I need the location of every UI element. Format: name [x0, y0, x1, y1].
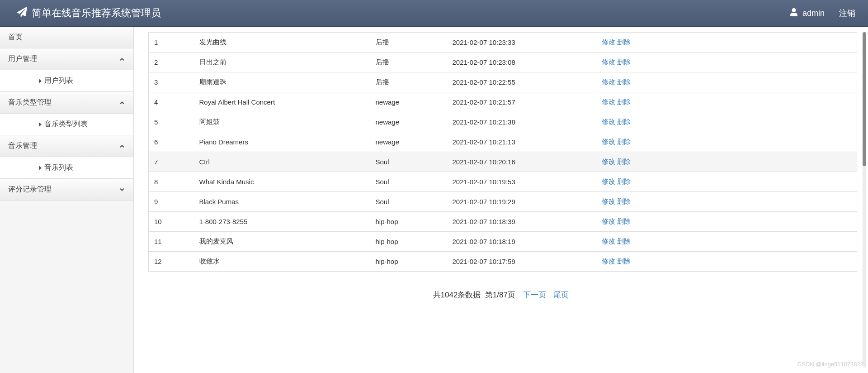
cell-name: 廟雨連珠 [194, 72, 370, 92]
delete-link[interactable]: 删除 [617, 58, 631, 66]
cell-type: Soul [370, 152, 447, 172]
app-title-text: 简单在线音乐推荐系统管理员 [32, 6, 161, 20]
sidebar-subitem-0-0[interactable]: 用户列表 [0, 70, 133, 92]
cell-name: 日出之前 [194, 53, 370, 72]
username-label: admin [802, 9, 825, 18]
sidebar-group-3[interactable]: 评分记录管理 [0, 179, 133, 201]
sidebar-item-home[interactable]: 首页 [0, 27, 133, 48]
cell-type: hip-hop [370, 212, 447, 232]
cell-index: 3 [149, 72, 194, 92]
delete-link[interactable]: 删除 [617, 98, 631, 105]
edit-link[interactable]: 修改 [602, 237, 615, 245]
cell-ops: 修改删除 [596, 252, 857, 272]
cell-index: 4 [149, 92, 194, 112]
navbar: 简单在线音乐推荐系统管理员 admin 注销 [0, 0, 868, 27]
sidebar: 首页 用户管理用户列表音乐类型管理音乐类型列表音乐管理音乐列表评分记录管理 [0, 27, 134, 373]
delete-link[interactable]: 删除 [617, 78, 631, 86]
logout-link[interactable]: 注销 [839, 8, 855, 19]
edit-link[interactable]: 修改 [602, 158, 615, 165]
delete-link[interactable]: 删除 [617, 118, 631, 125]
cell-index: 6 [149, 132, 194, 152]
sidebar-group-1[interactable]: 音乐类型管理 [0, 92, 133, 114]
cell-time: 2021-02-07 10:21:57 [447, 92, 596, 112]
user-icon [790, 8, 798, 19]
cell-index: 8 [149, 172, 194, 192]
table-row: 8What Kinda MusicSoul2021-02-07 10:19:53… [149, 172, 857, 192]
sidebar-item-label: 用户管理 [8, 54, 37, 64]
cell-index: 11 [149, 232, 194, 252]
edit-link[interactable]: 修改 [602, 98, 615, 105]
edit-link[interactable]: 修改 [602, 177, 615, 185]
sidebar-subitem-1-0[interactable]: 音乐类型列表 [0, 114, 133, 135]
edit-link[interactable]: 修改 [602, 257, 615, 265]
cell-time: 2021-02-07 10:23:08 [447, 53, 596, 72]
pager-next[interactable]: 下一页 [523, 291, 546, 299]
cell-ops: 修改删除 [596, 172, 857, 192]
cell-time: 2021-02-07 10:21:13 [447, 132, 596, 152]
cell-index: 7 [149, 152, 194, 172]
cell-type: Soul [370, 172, 447, 192]
cell-name: 1-800-273-8255 [194, 212, 370, 232]
edit-link[interactable]: 修改 [602, 38, 615, 46]
cell-name: What Kinda Music [194, 172, 370, 192]
cell-time: 2021-02-07 10:19:29 [447, 192, 596, 212]
inner-scrollbar-thumb[interactable] [863, 32, 866, 166]
chevron-up-icon [119, 100, 125, 106]
delete-link[interactable]: 删除 [617, 177, 631, 185]
edit-link[interactable]: 修改 [602, 78, 615, 86]
cell-time: 2021-02-07 10:23:33 [447, 33, 596, 53]
delete-link[interactable]: 删除 [617, 158, 631, 165]
edit-link[interactable]: 修改 [602, 197, 615, 205]
delete-link[interactable]: 删除 [617, 257, 631, 265]
delete-link[interactable]: 删除 [617, 138, 631, 145]
cell-name: 收敛水 [194, 252, 370, 272]
sidebar-item-label: 音乐管理 [8, 141, 37, 151]
delete-link[interactable]: 删除 [617, 38, 631, 46]
edit-link[interactable]: 修改 [602, 217, 615, 225]
table-row: 4Royal Albert Hall Concertnewage2021-02-… [149, 92, 857, 112]
cell-ops: 修改删除 [596, 192, 857, 212]
pager-current: 1 [493, 291, 497, 299]
cell-index: 5 [149, 112, 194, 132]
delete-link[interactable]: 删除 [617, 237, 631, 245]
cell-index: 10 [149, 212, 194, 232]
cell-index: 9 [149, 192, 194, 212]
edit-link[interactable]: 修改 [602, 58, 615, 66]
sidebar-subitem-label: 用户列表 [44, 76, 73, 86]
chevron-down-icon [119, 186, 125, 193]
pager-page-suffix: 页 [508, 291, 515, 299]
cell-type: newage [370, 132, 447, 152]
pager-total: 1042 [441, 291, 458, 299]
cell-time: 2021-02-07 10:17:59 [447, 252, 596, 272]
sidebar-subitem-label: 音乐类型列表 [44, 120, 88, 129]
edit-link[interactable]: 修改 [602, 138, 615, 145]
cell-type: 后摇 [370, 72, 447, 92]
cell-name: 我的麦克风 [194, 232, 370, 252]
cell-time: 2021-02-07 10:19:53 [447, 172, 596, 192]
cell-index: 1 [149, 33, 194, 53]
cell-name: Ctrl [194, 152, 370, 172]
sidebar-group-2[interactable]: 音乐管理 [0, 135, 133, 157]
pager-last[interactable]: 尾页 [553, 291, 569, 299]
delete-link[interactable]: 删除 [617, 197, 631, 205]
user-menu[interactable]: admin [790, 8, 825, 19]
cell-ops: 修改删除 [596, 152, 857, 172]
cell-time: 2021-02-07 10:20:16 [447, 152, 596, 172]
cell-ops: 修改删除 [596, 53, 857, 72]
sidebar-subitem-2-0[interactable]: 音乐列表 [0, 157, 133, 179]
delete-link[interactable]: 删除 [617, 217, 631, 225]
sidebar-item-label: 评分记录管理 [8, 185, 52, 194]
edit-link[interactable]: 修改 [602, 118, 615, 125]
table-row: 7CtrlSoul2021-02-07 10:20:16修改删除 [149, 152, 857, 172]
inner-scrollbar[interactable] [863, 32, 866, 368]
sidebar-group-0[interactable]: 用户管理 [0, 48, 133, 70]
app-title: 简单在线音乐推荐系统管理员 [17, 6, 161, 20]
cell-ops: 修改删除 [596, 212, 857, 232]
cell-type: newage [370, 112, 447, 132]
sidebar-item-label: 首页 [8, 33, 23, 42]
cell-name: 发光曲线 [194, 33, 370, 53]
music-table: 1发光曲线后摇2021-02-07 10:23:33修改删除2日出之前后摇202… [148, 32, 857, 272]
cell-name: Royal Albert Hall Concert [194, 92, 370, 112]
pager-total-mid: 条数据 [458, 291, 481, 299]
table-row: 6Piano Dreamersnewage2021-02-07 10:21:13… [149, 132, 857, 152]
